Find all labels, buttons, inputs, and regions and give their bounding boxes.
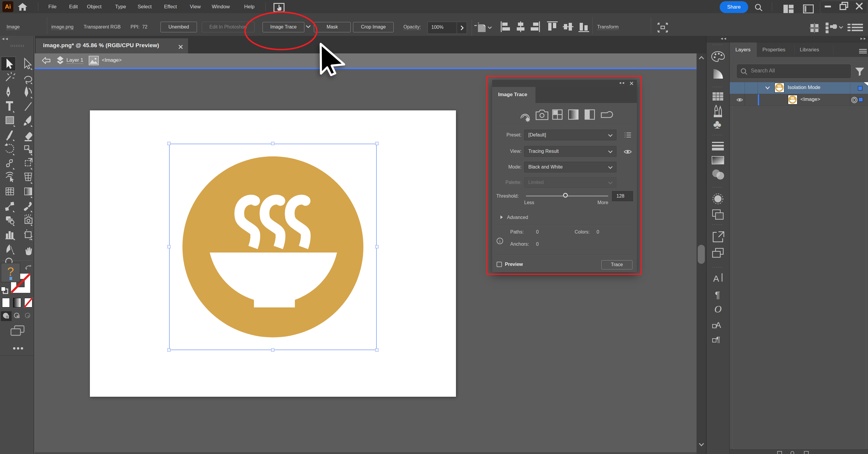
svg-text:¶: ¶ (716, 335, 720, 344)
svg-text:¶: ¶ (715, 290, 720, 300)
svg-text:O: O (714, 304, 722, 314)
svg-text:A: A (713, 274, 719, 283)
svg-text:♣: ♣ (713, 117, 721, 131)
